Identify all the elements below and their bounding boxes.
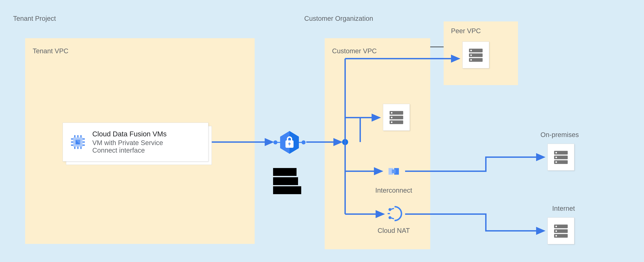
chip-icon: [68, 133, 88, 151]
interconnect-icon: [384, 164, 404, 179]
customer-vpc-box: [325, 38, 430, 249]
tenant-vpc-label: Tenant VPC: [33, 46, 68, 55]
internet-server-icon: [548, 218, 574, 244]
psc-label: Private Service Connect: [273, 168, 301, 195]
vm-card: Cloud Data Fusion VMs VM with Private Se…: [63, 122, 208, 162]
psc-icon: [273, 129, 306, 156]
internet-label: Internet: [552, 204, 575, 213]
interconnect-label: Interconnect: [370, 186, 417, 195]
peer-vpc-label: Peer VPC: [451, 26, 481, 35]
customer-vpc-server-icon: [383, 104, 410, 131]
customer-vpc-label: Customer VPC: [332, 46, 377, 55]
diagram-canvas: Tenant Project Tenant VPC Customer Organ…: [0, 0, 644, 262]
cloud-nat-label: Cloud NAT: [370, 226, 417, 235]
vm-card-title: Cloud Data Fusion VMs: [92, 130, 167, 138]
cloud-nat-icon: [385, 204, 404, 223]
customer-org-label: Customer Organization: [304, 14, 373, 23]
tenant-project-label: Tenant Project: [13, 14, 56, 23]
on-premises-label: On-premises: [540, 130, 579, 139]
vm-card-subtitle-l1: VM with Private Service: [92, 139, 167, 146]
on-premises-server-icon: [548, 144, 574, 170]
peer-vpc-server-icon: [462, 42, 489, 68]
vm-card-subtitle-l2: Connect interface: [92, 146, 167, 154]
